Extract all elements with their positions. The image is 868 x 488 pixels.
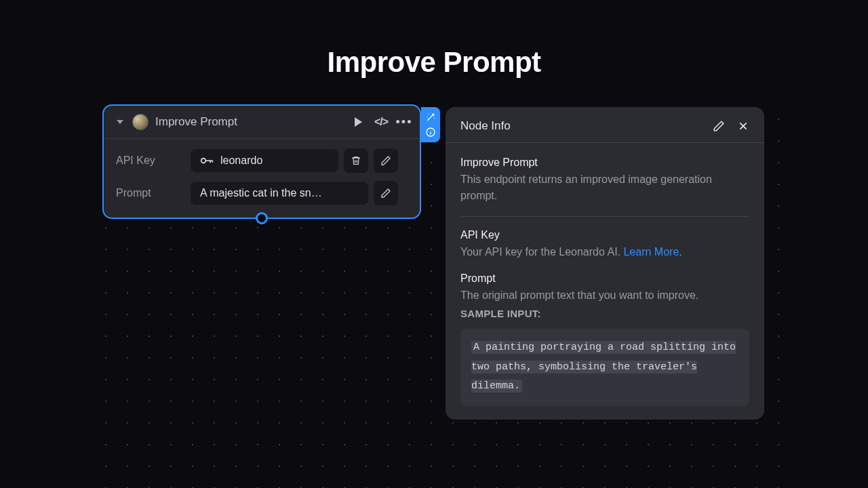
field-label: Prompt xyxy=(116,187,191,199)
collapse-toggle[interactable] xyxy=(113,116,125,128)
edit-info-button[interactable] xyxy=(713,120,725,132)
field-row-api-key: API Key leonardo xyxy=(116,148,408,173)
ellipsis-icon: ••• xyxy=(396,119,413,125)
section-title: Prompt xyxy=(460,272,749,285)
close-info-button[interactable] xyxy=(737,120,749,132)
delete-api-key-button[interactable] xyxy=(344,148,368,173)
learn-more-link[interactable]: Learn More xyxy=(623,246,679,258)
sample-input-code: A painting portraying a road splitting i… xyxy=(460,329,749,406)
api-key-text: leonardo xyxy=(220,155,262,167)
info-tab-button[interactable] xyxy=(425,126,437,138)
prompt-text: A majestic cat in the sn… xyxy=(200,187,322,199)
play-icon xyxy=(355,117,362,127)
info-icon xyxy=(425,127,436,138)
code-button[interactable]: </> xyxy=(375,116,387,128)
field-row-prompt: Prompt A majestic cat in the sn… xyxy=(116,181,408,205)
edit-prompt-button[interactable] xyxy=(374,181,398,205)
section-title: API Key xyxy=(460,229,749,241)
more-button[interactable]: ••• xyxy=(398,116,410,128)
info-panel-title: Node Info xyxy=(460,119,713,133)
api-key-desc-text: Your API key for the Leonardo AI. xyxy=(460,246,623,258)
trash-icon xyxy=(351,155,361,166)
pencil-icon xyxy=(380,155,391,166)
section-desc: This endpoint returns an improved image … xyxy=(460,171,749,204)
side-tab xyxy=(421,107,440,142)
svg-point-0 xyxy=(201,159,206,163)
node-body: API Key leonardo Prompt A majestic cat i… xyxy=(104,139,420,218)
chevron-down-icon xyxy=(117,120,123,124)
code-icon: </> xyxy=(374,116,388,128)
output-port[interactable] xyxy=(256,212,268,224)
api-key-desc-after: . xyxy=(679,246,682,258)
divider xyxy=(460,216,749,217)
api-key-value[interactable]: leonardo xyxy=(191,149,338,172)
section-desc: Your API key for the Leonardo AI. Learn … xyxy=(460,244,749,260)
wand-icon xyxy=(425,112,436,123)
magic-wand-button[interactable] xyxy=(425,111,437,123)
info-header-actions xyxy=(713,120,749,132)
sample-input-label: SAMPLE INPUT: xyxy=(460,308,749,319)
info-header: Node Info xyxy=(446,107,764,143)
edit-api-key-button[interactable] xyxy=(374,148,398,173)
pencil-icon xyxy=(713,120,725,132)
section-title: Improve Prompt xyxy=(460,157,749,169)
key-icon xyxy=(200,156,214,165)
node-header-actions: </> ••• xyxy=(352,116,410,128)
prompt-value[interactable]: A majestic cat in the sn… xyxy=(191,182,368,205)
page-title: Improve Prompt xyxy=(0,46,868,79)
node-info-panel: Node Info Improve Prompt This endpoint r… xyxy=(446,107,764,420)
node-card[interactable]: Improve Prompt </> ••• API Key leonardo … xyxy=(102,104,421,219)
field-label: API Key xyxy=(116,155,191,167)
info-body: Improve Prompt This endpoint returns an … xyxy=(446,143,764,406)
node-title: Improve Prompt xyxy=(155,115,345,129)
sample-input-text: A painting portraying a road splitting i… xyxy=(471,341,736,392)
pencil-icon xyxy=(380,188,391,199)
run-button[interactable] xyxy=(352,116,364,128)
section-desc: The original prompt text that you want t… xyxy=(460,287,749,304)
node-header: Improve Prompt </> ••• xyxy=(104,106,420,139)
close-icon xyxy=(738,121,749,131)
node-avatar-icon xyxy=(132,114,149,130)
